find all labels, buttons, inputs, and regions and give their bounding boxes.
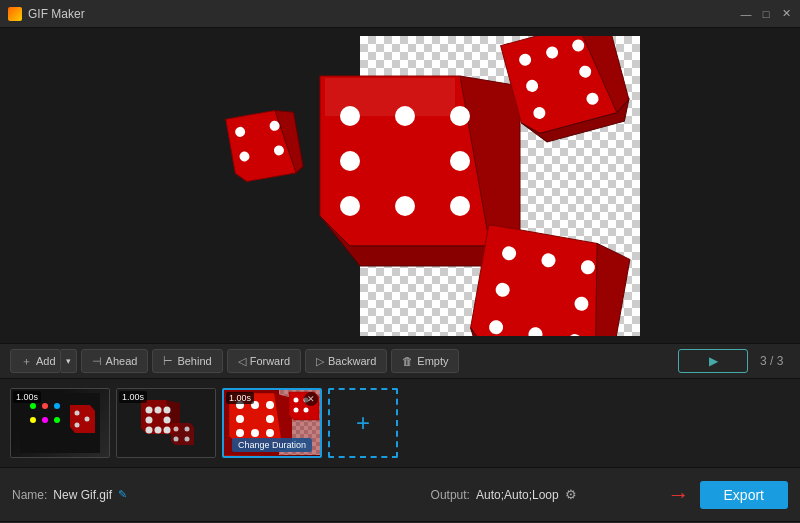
svg-point-39 bbox=[54, 417, 60, 423]
name-value: New Gif.gif bbox=[53, 488, 112, 502]
svg-point-12 bbox=[395, 196, 415, 216]
ahead-button[interactable]: ⊣ Ahead bbox=[81, 349, 149, 373]
frame-thumb-1[interactable]: 1.00s bbox=[10, 388, 110, 458]
add-dropdown-arrow[interactable]: ▾ bbox=[61, 349, 77, 373]
svg-point-40 bbox=[75, 411, 80, 416]
svg-point-45 bbox=[155, 407, 162, 414]
svg-point-44 bbox=[146, 407, 153, 414]
svg-point-69 bbox=[266, 429, 274, 437]
svg-point-36 bbox=[54, 403, 60, 409]
output-value: Auto;Auto;Loop bbox=[476, 488, 559, 502]
svg-point-52 bbox=[174, 427, 179, 432]
frame-3-duration: 1.00s bbox=[226, 392, 254, 404]
edit-name-icon[interactable]: ✎ bbox=[118, 488, 127, 501]
svg-point-53 bbox=[185, 427, 190, 432]
play-button[interactable]: ▶ bbox=[678, 349, 748, 373]
svg-point-35 bbox=[42, 403, 48, 409]
svg-point-38 bbox=[42, 417, 48, 423]
svg-point-41 bbox=[85, 417, 90, 422]
svg-point-13 bbox=[450, 196, 470, 216]
output-label: Output: bbox=[431, 488, 470, 502]
change-duration-button[interactable]: Change Duration bbox=[232, 438, 312, 452]
add-btn-group[interactable]: ＋ Add ▾ bbox=[10, 349, 77, 373]
maximize-button[interactable]: □ bbox=[760, 8, 772, 20]
app-icon bbox=[8, 7, 22, 21]
svg-point-42 bbox=[75, 423, 80, 428]
minimize-button[interactable]: — bbox=[740, 8, 752, 20]
output-section: Output: Auto;Auto;Loop ⚙ bbox=[340, 487, 668, 502]
svg-point-46 bbox=[164, 407, 171, 414]
frame-thumb-2[interactable]: 1.00s bbox=[116, 388, 216, 458]
close-button[interactable]: ✕ bbox=[780, 8, 792, 20]
svg-point-11 bbox=[340, 196, 360, 216]
svg-point-51 bbox=[164, 427, 171, 434]
forward-button[interactable]: ◁ Forward bbox=[227, 349, 301, 373]
frame-counter: 3 / 3 bbox=[760, 354, 790, 368]
svg-point-66 bbox=[266, 415, 274, 423]
svg-point-72 bbox=[294, 408, 299, 413]
app-title: GIF Maker bbox=[28, 7, 85, 21]
dice-image bbox=[160, 36, 640, 336]
behind-button[interactable]: ⊢ Behind bbox=[152, 349, 222, 373]
settings-icon[interactable]: ⚙ bbox=[565, 487, 577, 502]
svg-point-54 bbox=[174, 437, 179, 442]
add-frame-button[interactable]: + bbox=[328, 388, 398, 458]
frame-1-duration: 1.00s bbox=[13, 391, 41, 403]
export-section: → Export bbox=[668, 481, 788, 509]
name-label: Name: bbox=[12, 488, 47, 502]
svg-point-48 bbox=[164, 417, 171, 424]
empty-button[interactable]: 🗑 Empty bbox=[391, 349, 459, 373]
svg-point-55 bbox=[185, 437, 190, 442]
svg-point-70 bbox=[294, 398, 299, 403]
svg-point-67 bbox=[236, 429, 244, 437]
preview-area bbox=[0, 28, 800, 343]
frame-thumb-3[interactable]: 1.00s ✕ bbox=[222, 388, 322, 458]
svg-point-65 bbox=[236, 415, 244, 423]
frame-3-close[interactable]: ✕ bbox=[304, 392, 318, 406]
svg-point-37 bbox=[30, 417, 36, 423]
svg-point-68 bbox=[251, 429, 259, 437]
add-button[interactable]: ＋ Add bbox=[10, 349, 61, 373]
add-icon: ＋ bbox=[21, 354, 32, 369]
svg-point-47 bbox=[146, 417, 153, 424]
filmstrip: 1.00s 1 bbox=[0, 379, 800, 467]
svg-point-10 bbox=[450, 151, 470, 171]
toolbar: ＋ Add ▾ ⊣ Ahead ⊢ Behind ◁ Forward ▷ Bac… bbox=[0, 343, 800, 379]
title-bar: GIF Maker — □ ✕ bbox=[0, 0, 800, 28]
svg-point-64 bbox=[266, 401, 274, 409]
backward-button[interactable]: ▷ Backward bbox=[305, 349, 387, 373]
svg-point-9 bbox=[340, 151, 360, 171]
svg-point-49 bbox=[146, 427, 153, 434]
svg-point-34 bbox=[30, 403, 36, 409]
frame-2-duration: 1.00s bbox=[119, 391, 147, 403]
svg-point-73 bbox=[304, 408, 309, 413]
svg-point-50 bbox=[155, 427, 162, 434]
arrow-icon: → bbox=[668, 482, 690, 508]
title-bar-left: GIF Maker bbox=[8, 7, 85, 21]
export-button[interactable]: Export bbox=[700, 481, 788, 509]
title-bar-controls[interactable]: — □ ✕ bbox=[740, 8, 792, 20]
name-section: Name: New Gif.gif ✎ bbox=[12, 488, 340, 502]
dice-svg bbox=[160, 36, 640, 336]
preview-canvas bbox=[160, 36, 640, 336]
bottom-bar: Name: New Gif.gif ✎ Output: Auto;Auto;Lo… bbox=[0, 467, 800, 521]
